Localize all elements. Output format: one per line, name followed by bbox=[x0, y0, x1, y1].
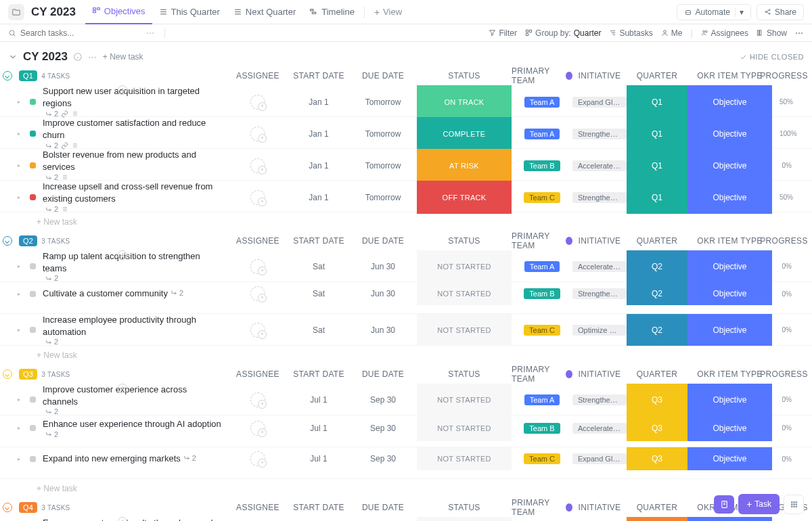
due-date[interactable]: Tomorrow bbox=[349, 85, 417, 118]
status-cell[interactable]: OFF TRACK bbox=[417, 181, 512, 214]
subtasks-button[interactable]: Subtasks bbox=[609, 28, 652, 38]
status-cell[interactable]: COMPLETE bbox=[417, 117, 512, 150]
col-due[interactable]: DUE DATE bbox=[349, 71, 417, 81]
progress-bar[interactable]: 0% bbox=[772, 290, 796, 298]
note-fab[interactable] bbox=[714, 495, 734, 514]
search-input[interactable] bbox=[20, 28, 102, 38]
initiative-pill[interactable]: Expand Global Research bbox=[572, 453, 627, 464]
show-button[interactable]: Show bbox=[757, 28, 787, 38]
status-square[interactable] bbox=[30, 456, 36, 462]
team-pill[interactable]: Team B bbox=[524, 288, 560, 299]
subtask-count[interactable]: 2 bbox=[45, 407, 58, 415]
quarter-cell[interactable]: Q4 bbox=[627, 517, 687, 521]
info-icon[interactable] bbox=[73, 52, 83, 62]
assignee-placeholder[interactable] bbox=[250, 190, 265, 205]
hide-closed-toggle[interactable]: HIDE CLOSED bbox=[740, 53, 804, 61]
col-okr[interactable]: OKR ITEM TYPE bbox=[687, 236, 772, 246]
expand-icon[interactable]: ▸ bbox=[18, 327, 24, 333]
collapse-group-icon[interactable] bbox=[3, 71, 12, 81]
status-cell[interactable]: NOT STARTED bbox=[417, 517, 512, 521]
subtask-count[interactable]: 2 bbox=[45, 205, 58, 213]
assignee-placeholder[interactable] bbox=[250, 451, 265, 466]
progress-bar[interactable]: 100% bbox=[772, 130, 796, 137]
okr-cell[interactable]: Objective bbox=[687, 85, 772, 118]
expand-icon[interactable]: ▸ bbox=[18, 194, 24, 200]
col-status[interactable]: STATUS bbox=[417, 71, 512, 81]
okr-cell[interactable]: Objective bbox=[687, 384, 772, 415]
col-due[interactable]: DUE DATE bbox=[349, 369, 417, 379]
col-assignee[interactable]: ASSIGNEE bbox=[227, 236, 288, 246]
quarter-cell[interactable]: Q1 bbox=[627, 117, 687, 150]
filter-button[interactable]: Filter bbox=[489, 28, 517, 38]
subtask-count[interactable]: 2 bbox=[183, 454, 196, 462]
status-square[interactable] bbox=[30, 397, 36, 403]
group-by-button[interactable]: Group by: Quarter bbox=[525, 28, 601, 38]
more-icon[interactable]: ⋯ bbox=[88, 52, 97, 62]
col-initiative[interactable]: INITIATIVE bbox=[572, 236, 627, 246]
team-pill[interactable]: Team A bbox=[524, 394, 560, 405]
progress-bar[interactable]: 50% bbox=[772, 194, 796, 201]
col-status[interactable]: STATUS bbox=[417, 369, 512, 379]
expand-icon[interactable]: ▸ bbox=[18, 397, 24, 403]
assignee-placeholder[interactable] bbox=[250, 95, 265, 110]
due-date[interactable]: Tomorrow bbox=[349, 149, 417, 182]
expand-icon[interactable]: ▸ bbox=[18, 131, 24, 137]
task-fab[interactable]: + Task bbox=[738, 494, 780, 514]
quarter-cell[interactable]: Q2 bbox=[627, 282, 687, 305]
quarter-cell[interactable]: Q3 bbox=[627, 447, 687, 470]
initiative-pill[interactable]: Accelerate Product Innovation bbox=[572, 423, 627, 434]
status-square[interactable] bbox=[30, 425, 36, 431]
progress-bar[interactable]: 0% bbox=[772, 162, 796, 169]
task-row[interactable]: ▸ Expand into new emerging markets2 Jul … bbox=[0, 447, 812, 479]
okr-cell[interactable]: Objective bbox=[687, 517, 772, 521]
col-team[interactable]: PRIMARY TEAM bbox=[512, 365, 572, 384]
start-date[interactable]: Jul 1 bbox=[288, 447, 349, 470]
status-cell[interactable]: NOT STARTED bbox=[417, 282, 512, 305]
start-date[interactable]: Sat bbox=[288, 250, 349, 282]
col-initiative[interactable]: INITIATIVE bbox=[572, 503, 627, 512]
col-progress[interactable]: PROGRESS bbox=[772, 369, 796, 379]
team-pill[interactable]: Team C bbox=[524, 453, 560, 464]
tab-this-quarter[interactable]: This Quarter bbox=[152, 0, 227, 24]
col-status[interactable]: STATUS bbox=[417, 503, 512, 512]
task-row[interactable]: ▸ Enhance user experience through AI ado… bbox=[0, 415, 812, 447]
subtask-count[interactable]: 2 bbox=[45, 338, 58, 346]
okr-cell[interactable]: Objective bbox=[687, 181, 772, 214]
tab-objectives[interactable]: Objectives bbox=[85, 0, 152, 24]
status-square[interactable] bbox=[30, 291, 36, 297]
status-cell[interactable]: NOT STARTED bbox=[417, 447, 512, 470]
due-date[interactable]: Sep 30 bbox=[349, 415, 417, 441]
start-date[interactable]: Sat bbox=[288, 314, 349, 346]
expand-icon[interactable]: ▸ bbox=[18, 456, 24, 462]
team-pill[interactable]: Team A bbox=[524, 261, 560, 272]
add-column-button[interactable] bbox=[118, 85, 127, 95]
okr-cell[interactable]: Objective bbox=[687, 149, 772, 182]
start-date[interactable]: Jan 1 bbox=[288, 149, 349, 182]
status-square[interactable] bbox=[30, 162, 36, 168]
assignee-placeholder[interactable] bbox=[250, 392, 265, 407]
more-icon[interactable]: ⋯ bbox=[795, 28, 804, 38]
automate-button[interactable]: Automate ▾ bbox=[677, 4, 751, 20]
tab-timeline[interactable]: Timeline bbox=[302, 0, 361, 24]
col-status[interactable]: STATUS bbox=[417, 236, 512, 246]
initiative-pill[interactable]: Strengthen Customer Retenti... bbox=[572, 394, 627, 405]
collapse-icon[interactable] bbox=[8, 52, 18, 62]
collapse-group-icon[interactable] bbox=[3, 236, 12, 246]
col-team[interactable]: PRIMARY TEAM bbox=[512, 498, 572, 517]
col-progress[interactable]: PROGRESS bbox=[772, 71, 796, 81]
col-due[interactable]: DUE DATE bbox=[349, 503, 417, 512]
expand-icon[interactable]: ▸ bbox=[18, 99, 24, 105]
subtask-count[interactable]: 2 bbox=[171, 289, 183, 297]
col-start[interactable]: START DATE bbox=[288, 369, 349, 379]
col-quarter[interactable]: QUARTER bbox=[627, 369, 687, 379]
team-pill[interactable]: Team B bbox=[524, 160, 560, 171]
add-task-row[interactable]: + New task bbox=[0, 346, 812, 365]
add-task-row[interactable]: + New task bbox=[0, 212, 812, 231]
task-row[interactable]: ▸ Increase employee productivity through… bbox=[0, 314, 812, 346]
task-row[interactable]: ▸ Improve customer satisfaction and redu… bbox=[0, 117, 812, 149]
assignee-placeholder[interactable] bbox=[250, 259, 265, 274]
status-cell[interactable]: AT RISK bbox=[417, 149, 512, 182]
start-date[interactable]: Jul 1 bbox=[288, 415, 349, 441]
add-view-button[interactable]: + View bbox=[367, 0, 409, 24]
due-date[interactable]: Jun 30 bbox=[349, 250, 417, 282]
